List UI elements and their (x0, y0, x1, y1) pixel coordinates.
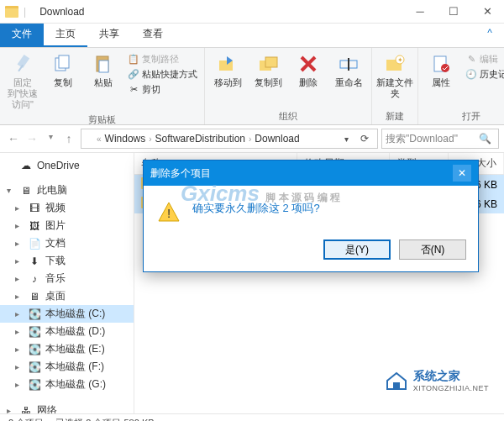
open-group-label: 打开 (462, 110, 480, 123)
sidebar-documents[interactable]: ▸📄文档 (0, 234, 134, 252)
video-icon: 🎞 (28, 203, 41, 214)
pin-icon (11, 52, 34, 76)
svg-text:✦: ✦ (397, 56, 403, 64)
sidebar-disk-f[interactable]: ▸💽本地磁盘 (F:) (0, 358, 134, 376)
paste-icon (92, 52, 115, 76)
sidebar-downloads[interactable]: ▸⬇下载 (0, 252, 134, 270)
nav-back[interactable]: ← (5, 132, 22, 145)
pin-quick-access-button[interactable]: 固定到"快速访问" (3, 50, 42, 113)
sidebar-onedrive[interactable]: ☁OneDrive (0, 158, 134, 173)
copy-icon (51, 52, 75, 76)
sidebar-network[interactable]: ▸🖧网络 (0, 402, 134, 413)
svg-rect-5 (99, 61, 108, 72)
window-title: Download (34, 6, 403, 18)
pc-icon: 🖥 (19, 185, 33, 197)
address-row: ← → ▾ ↑ « Windows › SoftwareDistribution… (0, 125, 504, 153)
warning-icon: ! (157, 201, 181, 224)
move-to-button[interactable]: 移动到 (208, 50, 247, 90)
tab-file[interactable]: 文件 (0, 24, 44, 47)
disk-icon: 💽 (28, 344, 41, 355)
disk-icon: 💽 (28, 361, 41, 373)
copy-to-icon (256, 52, 280, 76)
ribbon: 固定到"快速访问" 复制 粘贴 📋复制路径 🔗粘贴快捷方式 ✂剪切 剪贴板 移动… (0, 48, 504, 125)
paste-button[interactable]: 粘贴 (84, 50, 123, 90)
window-titlebar: | Download ─ ☐ ✕ (0, 0, 504, 24)
svg-rect-6 (219, 61, 233, 71)
addr-folder-icon (85, 134, 97, 144)
maximize-button[interactable]: ☐ (437, 0, 470, 24)
disk-icon: 💽 (28, 326, 41, 338)
sidebar-disk-c[interactable]: ▸💽本地磁盘 (C:) (0, 305, 134, 323)
ribbon-tabs: 文件 主页 共享 查看 ^ (0, 24, 504, 48)
svg-rect-8 (265, 57, 277, 67)
scissors-icon: ✂ (128, 84, 139, 96)
history-icon: 🕘 (465, 69, 477, 81)
tab-home[interactable]: 主页 (44, 24, 87, 47)
properties-button[interactable]: 属性 (422, 50, 460, 90)
edit-button[interactable]: ✎编辑 (462, 52, 504, 66)
network-icon: 🖧 (19, 405, 33, 414)
sidebar-this-pc[interactable]: ▾🖥此电脑 (0, 182, 134, 199)
clipboard-group-label: 剪贴板 (88, 113, 116, 126)
svg-point-15 (441, 64, 449, 72)
shortcut-icon: 🔗 (128, 69, 139, 81)
move-icon (216, 52, 239, 76)
rename-button[interactable]: 重命名 (329, 50, 368, 90)
dialog-no-button[interactable]: 否(N) (399, 239, 466, 260)
rename-icon (337, 52, 360, 76)
disk-icon: 💽 (28, 308, 41, 320)
new-folder-icon: ✦ (383, 52, 407, 76)
search-placeholder: 搜索"Download" (386, 132, 479, 146)
cut-button[interactable]: ✂剪切 (124, 82, 201, 97)
refresh-button[interactable]: ⟳ (355, 133, 374, 145)
new-group-label: 新建 (386, 110, 404, 123)
picture-icon: 🖼 (28, 220, 41, 232)
nav-forward[interactable]: → (24, 132, 40, 145)
music-icon: ♪ (28, 273, 41, 285)
nav-history-dropdown[interactable]: ▾ (42, 132, 59, 145)
sidebar-pictures[interactable]: ▸🖼图片 (0, 217, 134, 234)
disk-icon: 💽 (28, 379, 41, 391)
status-bar: 2 个项目 已选择 2 个项目 580 KB (0, 413, 504, 421)
tab-view[interactable]: 查看 (131, 24, 175, 47)
dialog-close-button[interactable]: ✕ (453, 165, 471, 182)
folder-icon (5, 6, 18, 18)
desktop-icon: 🖥 (28, 291, 41, 303)
sidebar-videos[interactable]: ▸🎞视频 (0, 199, 134, 217)
paste-shortcut-button[interactable]: 🔗粘贴快捷方式 (124, 67, 201, 82)
crumb-download[interactable]: Download (251, 133, 302, 145)
delete-confirm-dialog: 删除多个项目 ✕ ! 确实要永久删除这 2 项吗? 是(Y) 否(N) (143, 160, 479, 272)
close-button[interactable]: ✕ (470, 0, 504, 24)
dialog-title: 删除多个项目 (150, 166, 211, 181)
pin-label: 固定到"快速访问" (3, 77, 42, 111)
ribbon-collapse[interactable]: ^ (475, 24, 504, 47)
search-input[interactable]: 搜索"Download" 🔍 (381, 129, 499, 149)
address-bar[interactable]: « Windows › SoftwareDistribution › Downl… (81, 129, 378, 149)
dialog-yes-button[interactable]: 是(Y) (323, 239, 391, 260)
properties-icon (429, 52, 453, 76)
nav-up[interactable]: ↑ (60, 132, 77, 145)
sidebar-desktop[interactable]: ▸🖥桌面 (0, 287, 134, 305)
minimize-button[interactable]: ─ (403, 0, 437, 24)
delete-icon (297, 52, 320, 76)
dialog-message: 确实要永久删除这 2 项吗? (192, 201, 320, 216)
svg-text:!: ! (167, 206, 171, 220)
new-folder-button[interactable]: ✦ 新建文件夹 (375, 50, 414, 101)
sidebar-disk-d[interactable]: ▸💽本地磁盘 (D:) (0, 323, 134, 340)
sidebar: ☁OneDrive ▾🖥此电脑 ▸🎞视频 ▸🖼图片 ▸📄文档 ▸⬇下载 ▸♪音乐… (0, 153, 134, 413)
sidebar-disk-g[interactable]: ▸💽本地磁盘 (G:) (0, 376, 134, 393)
history-button[interactable]: 🕘历史记录 (462, 67, 504, 82)
sidebar-music[interactable]: ▸♪音乐 (0, 270, 134, 287)
crumb-swdist[interactable]: SoftwareDistribution (152, 133, 249, 145)
copy-path-button[interactable]: 📋复制路径 (124, 52, 201, 66)
crumb-windows[interactable]: Windows (102, 133, 150, 145)
tab-share[interactable]: 共享 (87, 24, 131, 47)
sidebar-disk-e[interactable]: ▸💽本地磁盘 (E:) (0, 340, 134, 358)
copy-to-button[interactable]: 复制到 (249, 50, 287, 90)
copy-button[interactable]: 复制 (44, 50, 82, 90)
addr-dropdown[interactable]: ▾ (337, 134, 355, 144)
qat-divider: | (20, 6, 29, 18)
delete-button[interactable]: 删除 (289, 50, 328, 90)
edit-icon: ✎ (465, 54, 477, 66)
status-selection: 已选择 2 个项目 580 KB (55, 417, 154, 421)
